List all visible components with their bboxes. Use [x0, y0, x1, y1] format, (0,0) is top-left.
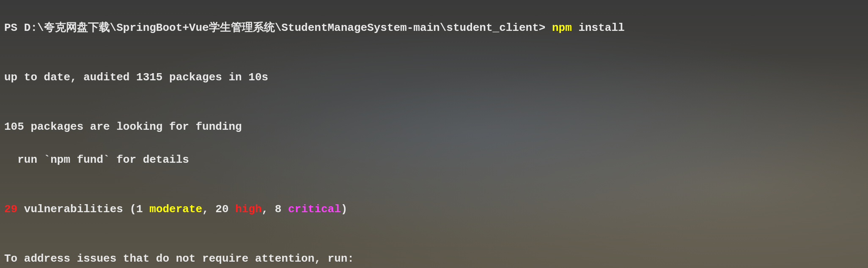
- terminal-output[interactable]: PS D:\夸克网盘下载\SpringBoot+Vue学生管理系统\Studen…: [4, 3, 864, 268]
- vuln-moderate: moderate: [149, 203, 202, 216]
- command-npm: npm: [552, 22, 572, 34]
- uptodate-line: up to date, audited 1315 packages in 10s: [4, 69, 864, 86]
- vuln-text: , 20: [202, 203, 235, 216]
- prompt-path: D:\夸克网盘下载\SpringBoot+Vue学生管理系统\StudentMa…: [24, 22, 552, 34]
- vulnerabilities-line: 29 vulnerabilities (1 moderate, 20 high,…: [4, 201, 864, 218]
- vuln-high: high: [235, 203, 261, 216]
- vuln-text: vulnerabilities (1: [17, 203, 149, 216]
- prompt-ps: PS: [4, 22, 24, 34]
- funding-line-1: 105 packages are looking for funding: [4, 119, 864, 135]
- vuln-count: 29: [4, 203, 17, 216]
- vuln-text: ): [341, 203, 348, 216]
- funding-line-2: run `npm fund` for details: [4, 152, 864, 168]
- prompt-line: PS D:\夸克网盘下载\SpringBoot+Vue学生管理系统\Studen…: [4, 20, 864, 36]
- address-line-1: To address issues that do not require at…: [4, 251, 864, 267]
- command-args: install: [572, 22, 625, 34]
- vuln-text: , 8: [262, 203, 288, 216]
- vuln-critical: critical: [288, 203, 341, 216]
